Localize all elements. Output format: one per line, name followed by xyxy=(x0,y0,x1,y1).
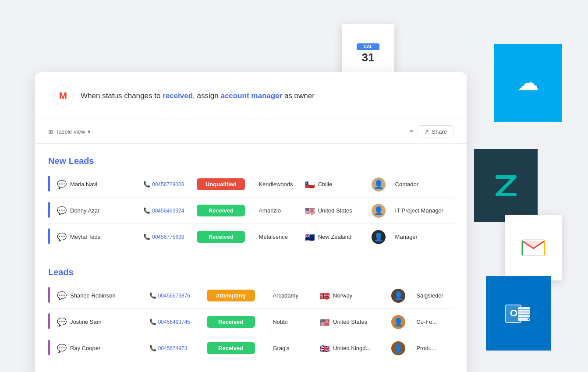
table-row[interactable]: 💬 Meytal Teds 📞 00456775639 Received Met… xyxy=(48,224,453,250)
calendar-month: CAL xyxy=(357,43,379,50)
toolbar: ⊞ Tasble view ▾ ≡ ↗ Share xyxy=(35,120,467,144)
avatar-cell: 👤 xyxy=(388,309,413,335)
contact-name: Shanee Robinson xyxy=(70,292,115,299)
role-cell: Contador xyxy=(392,171,453,198)
toolbar-right: ≡ ↗ Share xyxy=(409,125,453,138)
main-panel: M When status changes to received, assig… xyxy=(35,72,467,372)
filter-icon[interactable]: ≡ xyxy=(409,128,413,136)
phone-icon: 📞 xyxy=(143,181,150,188)
role-cell: Manager xyxy=(392,224,453,250)
avatar-cell: 👤 xyxy=(368,171,392,198)
avatar-cell: 👤 xyxy=(368,224,392,250)
salesforce-hex-icon: ☁ xyxy=(494,44,562,122)
phone-cell: 📞 00456775639 xyxy=(140,224,193,250)
status-badge: Received xyxy=(197,231,245,243)
country-name: Chille xyxy=(318,181,333,188)
chat-icon: 💬 xyxy=(57,317,67,327)
row-bar xyxy=(48,340,50,355)
leads-title: Leads xyxy=(48,267,453,277)
rule-highlight-manager: account manager xyxy=(220,92,282,100)
table-icon: ⊞ xyxy=(48,128,53,135)
table-row[interactable]: 💬 Shanee Robinson 📞 00456673876 Attempti… xyxy=(48,283,453,309)
country-cell: 🇬🇧 United Kingd... xyxy=(316,335,388,361)
rule-highlight-received: received xyxy=(163,92,193,100)
avatar-cell: 👤 xyxy=(368,198,392,224)
table-view-button[interactable]: ⊞ Tasble view ▾ xyxy=(48,128,91,135)
flag-icon: 🇨🇱 xyxy=(305,181,315,188)
phone-number: 📞 00456493745 xyxy=(149,319,200,325)
role-cell: Co-Fo... xyxy=(413,309,453,335)
view-label: Tasble view xyxy=(56,128,85,135)
role-cell: Salgsleder xyxy=(413,283,453,309)
share-label: Share xyxy=(432,128,447,135)
rule-text-start: When status changes to xyxy=(81,92,163,100)
status-badge: Received xyxy=(197,205,245,216)
status-cell: Received xyxy=(203,335,269,361)
contact-name: Maria Navi xyxy=(70,181,97,188)
name-cell: 💬 Ray Cooper xyxy=(53,335,146,361)
outlook-icon: O ✓ xyxy=(505,301,532,326)
company-cell: Arcadamy xyxy=(269,283,316,309)
table-row[interactable]: 💬 Ray Cooper 📞 0045674973 Received Grag'… xyxy=(48,335,453,361)
phone-number: 📞 00456775639 xyxy=(143,234,190,240)
avatar: 👤 xyxy=(391,315,405,329)
phone-cell: 📞 0045674973 xyxy=(146,335,203,361)
country-cell: 🇺🇸 United States xyxy=(301,198,368,224)
flag-icon: 🇺🇸 xyxy=(305,207,315,214)
role-cell: Produ... xyxy=(413,335,453,361)
phone-number: 📞 00456463924 xyxy=(143,207,190,214)
zendesk-z-icon xyxy=(493,173,519,199)
avatar: 👤 xyxy=(391,289,405,303)
country-name: United Kingd... xyxy=(333,345,370,351)
scene: CAL 31 ☁ xyxy=(0,0,588,372)
company-cell: Grag's xyxy=(269,335,316,361)
status-badge: Received xyxy=(207,342,255,354)
phone-icon: 📞 xyxy=(149,292,156,299)
company-cell: Amarizio xyxy=(255,198,301,224)
phone-number: 📞 00456673876 xyxy=(149,292,200,299)
phone-icon: 📞 xyxy=(149,319,156,325)
avatar: 👤 xyxy=(372,177,386,191)
phone-cell: 📞 00456673876 xyxy=(146,283,203,309)
chat-icon: 💬 xyxy=(57,206,67,216)
phone-cell: 📞 00456493745 xyxy=(146,309,203,335)
phone-number: 📞 0045674973 xyxy=(149,345,200,351)
chat-icon: 💬 xyxy=(57,344,67,353)
avatar: 👤 xyxy=(391,341,405,355)
row-bar xyxy=(48,228,50,244)
flag-icon: 🇳🇿 xyxy=(305,234,315,241)
status-cell: Received xyxy=(193,224,255,250)
avatar-cell: 👤 xyxy=(388,283,413,309)
avatar: 👤 xyxy=(372,204,386,218)
new-leads-table: 💬 Maria Navi 📞 00456729008 Unqualified K… xyxy=(48,171,453,250)
leads-table: 💬 Shanee Robinson 📞 00456673876 Attempti… xyxy=(48,283,453,361)
contact-name: Meytal Teds xyxy=(70,234,100,240)
country-name: United States xyxy=(333,319,367,325)
table-row[interactable]: 💬 Maria Navi 📞 00456729008 Unqualified K… xyxy=(48,171,453,198)
country-name: United States xyxy=(318,207,352,214)
outlook-hex-icon: O ✓ xyxy=(486,276,551,351)
salesforce-cloud-icon: ☁ xyxy=(517,70,539,96)
flag-icon: 🇺🇸 xyxy=(320,319,330,326)
status-cell: Unqualified xyxy=(193,171,255,198)
row-bar xyxy=(48,287,50,303)
rule-banner: M When status changes to received, assig… xyxy=(35,72,467,120)
phone-icon: 📞 xyxy=(143,207,150,214)
avatar: 👤 xyxy=(372,230,386,244)
country-cell: 🇳🇴 Norway xyxy=(316,283,388,309)
chat-icon: 💬 xyxy=(57,291,67,301)
table-row[interactable]: 💬 Donny Azar 📞 00456463924 Received Amar… xyxy=(48,198,453,224)
share-button[interactable]: ↗ Share xyxy=(418,125,453,138)
avatar-cell: 👤 xyxy=(388,335,413,361)
contact-name: Ray Cooper xyxy=(70,345,100,351)
name-cell: 💬 Donny Azar xyxy=(53,198,140,224)
name-cell: 💬 Maria Navi xyxy=(53,171,140,198)
status-badge: Attempting xyxy=(207,290,255,301)
name-cell: 💬 Meytal Teds xyxy=(53,224,140,250)
role-cell: IT Project Manager xyxy=(392,198,453,224)
status-cell: Received xyxy=(203,309,269,335)
new-leads-title: New Leads xyxy=(48,156,453,166)
name-cell: 💬 Justine Sam xyxy=(53,309,146,335)
table-row[interactable]: 💬 Justine Sam 📞 00456493745 Received Nob… xyxy=(48,309,453,335)
share-icon: ↗ xyxy=(424,128,429,135)
